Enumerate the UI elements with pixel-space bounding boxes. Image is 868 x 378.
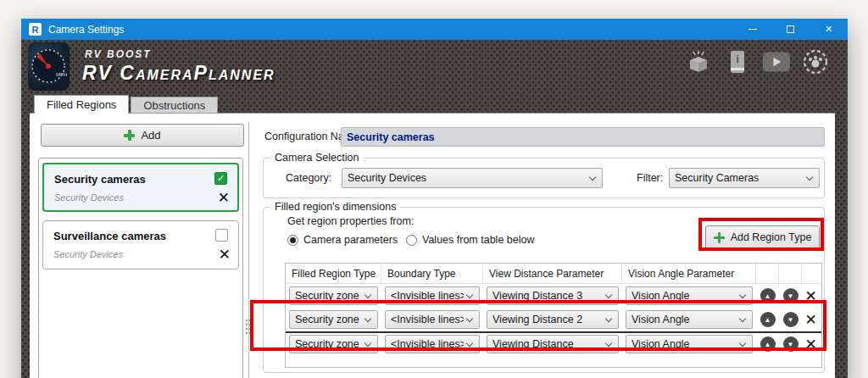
camera-selection-legend: Camera Selection	[270, 152, 363, 164]
list-item-surveillance-cameras[interactable]: Surveillance cameras Security Devices ✕	[42, 220, 239, 270]
view-distance-dropdown[interactable]: Viewing Distance	[487, 335, 619, 353]
window-frame: MPH RV BOOST RV CameraPlanner	[21, 40, 848, 378]
app-window: R Camera Settings ✕ MPH	[21, 19, 848, 378]
svg-text:i: i	[736, 53, 739, 65]
table-row: Security zone 2 <Invisible lines> Viewin…	[286, 308, 821, 331]
chevron-down-icon	[466, 291, 473, 297]
svg-text:MPH: MPH	[56, 72, 67, 77]
chevron-down-icon	[739, 291, 746, 297]
delete-row-icon[interactable]: ✕	[802, 313, 820, 327]
category-dropdown[interactable]: Security Devices	[342, 168, 603, 188]
item-checkbox[interactable]	[215, 229, 228, 242]
splitter-grip-icon[interactable]	[245, 319, 252, 336]
minimize-button[interactable]	[733, 19, 771, 40]
radio-values-from-table[interactable]: Values from table below	[406, 234, 534, 246]
region-type-dropdown[interactable]: Security zone 2	[289, 310, 378, 329]
close-icon: ✕	[825, 25, 832, 34]
configuration-list: Security cameras Security Devices ✓ ✕ Su…	[38, 158, 243, 378]
boundary-type-dropdown[interactable]: <Invisible lines>	[385, 335, 480, 353]
boundary-type-dropdown[interactable]: <Invisible lines>	[385, 286, 480, 305]
delete-row-icon[interactable]: ✕	[802, 289, 820, 303]
maximize-button[interactable]	[771, 19, 810, 40]
tab-filled-regions[interactable]: Filled Regions	[34, 95, 129, 114]
window-title: Camera Settings	[48, 24, 124, 36]
vision-angle-dropdown[interactable]: Vision Angle	[626, 335, 753, 353]
radio-camera-parameters[interactable]: Camera parameters	[287, 234, 398, 246]
brand-top-label: RV BOOST	[85, 48, 152, 60]
region-type-dropdown[interactable]: Security zone	[289, 335, 378, 353]
radio-icon	[287, 235, 298, 246]
item-subtitle: Security Devices	[53, 249, 123, 259]
plus-icon	[714, 232, 725, 243]
region-dimensions-legend: Filled region's dimensions	[270, 201, 400, 213]
table-row: Security zone 3 <Invisible lines> Viewin…	[286, 284, 821, 308]
item-subtitle: Security Devices	[54, 192, 124, 203]
item-delete-icon[interactable]: ✕	[219, 247, 231, 262]
help-book-icon[interactable]: i	[724, 48, 751, 75]
chevron-down-icon	[364, 291, 371, 297]
app-icon: R	[29, 23, 42, 36]
support-paw-icon[interactable]	[802, 48, 829, 75]
item-title: Security cameras	[54, 173, 146, 186]
filter-dropdown[interactable]: Security Cameras	[669, 168, 820, 188]
filter-label: Filter:	[637, 172, 663, 184]
chevron-down-icon	[364, 339, 371, 346]
add-region-type-button[interactable]: Add Region Type	[705, 225, 820, 249]
move-down-button[interactable]: ▼	[783, 336, 798, 352]
region-type-table: Filled Region Type Boundary Type View Di…	[285, 263, 822, 368]
content-panel: Add Security cameras Security Devices ✓ …	[30, 113, 835, 378]
plus-icon	[124, 130, 135, 141]
item-checkbox[interactable]: ✓	[214, 172, 227, 185]
properties-from-label: Get region properties from:	[287, 215, 414, 227]
title-bar: R Camera Settings ✕	[21, 19, 848, 40]
move-down-button[interactable]: ▼	[783, 288, 798, 303]
chevron-down-icon	[466, 339, 473, 346]
add-configuration-button[interactable]: Add	[41, 124, 244, 147]
configuration-name-input[interactable]: Security cameras	[341, 127, 825, 147]
item-delete-icon[interactable]: ✕	[218, 191, 230, 205]
chevron-down-icon	[739, 314, 746, 321]
brand-header: MPH RV BOOST RV CameraPlanner	[21, 40, 848, 95]
tab-strip: Filled Regions Obstructions	[34, 95, 218, 113]
camera-selection-group: Camera Selection Category: Security Devi…	[263, 158, 825, 198]
table-header-row: Filled Region Type Boundary Type View Di…	[286, 264, 821, 284]
configuration-name-value: Security cameras	[347, 131, 435, 143]
view-distance-dropdown[interactable]: Viewing Distance 2	[487, 310, 619, 329]
gauge-logo-icon: MPH	[28, 42, 70, 91]
radio-icon	[406, 235, 417, 246]
chevron-down-icon	[466, 314, 473, 321]
brand-name-label: RV CameraPlanner	[82, 62, 275, 85]
chevron-down-icon	[739, 339, 746, 346]
chevron-down-icon	[605, 339, 612, 346]
chevron-down-icon	[364, 314, 371, 321]
move-down-button[interactable]: ▼	[783, 312, 798, 327]
panel-splitter[interactable]	[248, 122, 249, 378]
move-up-button[interactable]: ▲	[760, 288, 776, 303]
minimize-icon	[748, 29, 757, 30]
list-item-security-cameras[interactable]: Security cameras Security Devices ✓ ✕	[42, 163, 239, 212]
item-title: Surveillance cameras	[53, 230, 166, 242]
chevron-down-icon	[605, 291, 612, 297]
chevron-down-icon	[589, 173, 596, 180]
region-dimensions-group: Filled region's dimensions Get region pr…	[263, 207, 825, 373]
move-up-button[interactable]: ▲	[760, 336, 776, 352]
tab-obstructions[interactable]: Obstructions	[131, 97, 218, 113]
delete-row-icon[interactable]: ✕	[802, 337, 820, 352]
vision-angle-dropdown[interactable]: Vision Angle	[626, 286, 753, 305]
category-label: Category:	[286, 172, 331, 184]
view-distance-dropdown[interactable]: Viewing Distance 3	[487, 286, 619, 305]
whats-new-box-icon[interactable]	[685, 48, 712, 75]
close-button[interactable]: ✕	[810, 19, 848, 40]
chevron-down-icon	[605, 314, 612, 321]
youtube-play-icon[interactable]	[763, 48, 790, 75]
move-up-button[interactable]: ▲	[760, 312, 776, 327]
boundary-type-dropdown[interactable]: <Invisible lines>	[385, 310, 480, 329]
table-row: Security zone <Invisible lines> Viewing …	[286, 331, 821, 355]
screen: R Camera Settings ✕ MPH	[0, 0, 868, 378]
maximize-icon	[787, 25, 794, 33]
vision-angle-dropdown[interactable]: Vision Angle	[626, 310, 753, 329]
region-type-dropdown[interactable]: Security zone 3	[289, 286, 378, 305]
chevron-down-icon	[806, 173, 813, 180]
add-button-label: Add	[141, 129, 160, 142]
